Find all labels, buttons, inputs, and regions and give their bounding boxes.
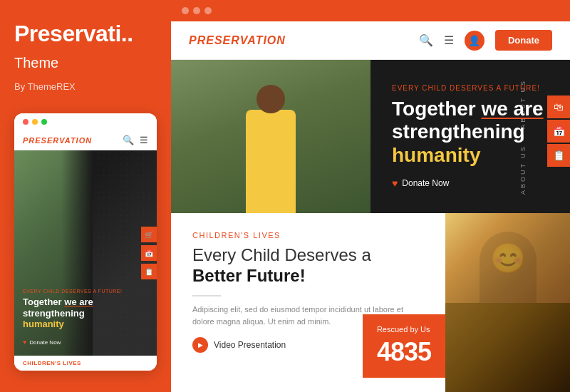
browser-topbar <box>171 0 570 21</box>
browser-side-icons: 🛍 📅 📋 <box>547 96 570 167</box>
browser-list-icon[interactable]: 📋 <box>547 144 570 167</box>
browser-navbar: Preservation 🔍 ☰ 👤 Donate <box>171 21 570 60</box>
video-label: Video Presentation <box>214 340 286 350</box>
divider <box>192 295 221 296</box>
sidebar: Preservati.. Theme By ThemeREX Preservat… <box>0 0 171 392</box>
mobile-topbar <box>14 113 157 130</box>
dot-green <box>41 119 47 125</box>
play-icon: ▶ <box>192 337 208 353</box>
hero-we-are: we are <box>481 98 543 120</box>
stat-box: Rescued by Us 4835 <box>363 314 445 378</box>
children-silhouette-top <box>445 213 570 303</box>
browser-hero: Every Child Deserves a Future! Together … <box>171 60 570 213</box>
hero-headline: Together we are strengthening humanity <box>392 98 549 167</box>
hero-together: Together <box>392 98 481 120</box>
mobile-headline-part1: Together <box>23 296 64 307</box>
browser-dot-2 <box>193 7 200 14</box>
mobile-hero-content: Every Child Deserves a Future! Together … <box>23 289 148 347</box>
dot-yellow <box>32 119 38 125</box>
mobile-list-icon[interactable]: 📋 <box>141 264 157 279</box>
browser-calendar-icon[interactable]: 📅 <box>547 120 570 143</box>
mobile-search-icon[interactable]: 🔍 <box>123 135 134 145</box>
browser-donate-button[interactable]: Donate <box>495 30 552 51</box>
mobile-navbar: Preservation 🔍 ☰ <box>14 130 157 150</box>
mobile-hero: Every Child Deserves a Future! Together … <box>14 150 157 356</box>
sidebar-by: By ThemeREX <box>14 81 157 92</box>
hero-tagline: Every Child Deserves a Future! <box>392 84 549 92</box>
mobile-logo: Preservation <box>23 136 92 145</box>
sidebar-subtitle: Theme <box>14 55 157 71</box>
mobile-nav-icons: 🔍 ☰ <box>123 135 148 145</box>
mobile-hero-headline: Together we are strengthening humanity <box>23 296 148 330</box>
heart-icon: ♥ <box>23 339 26 346</box>
dot-red <box>23 119 28 125</box>
mobile-menu-icon[interactable]: ☰ <box>140 135 148 145</box>
mobile-calendar-icon[interactable]: 📅 <box>141 245 157 261</box>
photo-bottom <box>445 303 570 393</box>
hero-dark-right: Every Child Deserves a Future! Together … <box>370 60 570 213</box>
bg-children <box>171 74 370 213</box>
browser-user-icon[interactable]: 👤 <box>465 31 484 51</box>
photo-top <box>445 213 570 303</box>
children-headline-line1: Every Child Deserves a <box>192 245 371 264</box>
browser-search-icon[interactable]: 🔍 <box>419 33 433 47</box>
mobile-donate-button[interactable]: ♥ Donate Now <box>23 339 61 346</box>
children-headline: Every Child Deserves a Better Future! <box>192 245 424 287</box>
children-headline-line2: Better Future! <box>192 266 424 287</box>
browser-window: Preservation 🔍 ☰ 👤 Donate <box>171 0 570 392</box>
hero-heart-icon: ♥ <box>392 177 398 189</box>
mobile-cart-icon[interactable]: 🛒 <box>141 227 157 242</box>
hero-strengthening: strengthening <box>392 120 525 143</box>
browser-content: Preservation 🔍 ☰ 👤 Donate <box>171 21 570 392</box>
browser-cart-icon[interactable]: 🛍 <box>547 96 570 118</box>
stat-label: Rescued by Us <box>377 325 431 334</box>
mobile-headline-we-are: we are <box>64 296 93 307</box>
hero-photo-left <box>171 60 370 213</box>
browser-dot-3 <box>204 7 212 14</box>
hero-humanity: humanity <box>392 144 480 166</box>
browser-dot-1 <box>182 7 189 14</box>
hero-donate-button[interactable]: ♥ Donate Now <box>392 177 549 189</box>
mobile-footer-label: Children's Lives <box>14 356 157 371</box>
sidebar-title: Preservati.. <box>14 21 157 46</box>
mobile-hero-tagline: Every Child Deserves a Future! <box>23 289 148 294</box>
browser-bottom: Children's Lives Every Child Deserves a … <box>171 213 570 392</box>
mobile-mockup: Preservation 🔍 ☰ Every Child Deserves a … <box>14 113 157 371</box>
mobile-side-icons: 🛒 📅 📋 <box>141 165 157 341</box>
browser-photos <box>445 213 570 392</box>
mobile-donate-label: Donate Now <box>29 339 61 346</box>
hero-donate-label: Donate Now <box>402 178 449 188</box>
children-silhouette-bottom <box>445 303 570 393</box>
browser-menu-icon[interactable]: ☰ <box>444 33 454 47</box>
stat-number: 4835 <box>377 337 431 367</box>
children-label: Children's Lives <box>192 231 424 239</box>
mobile-headline-humanity: humanity <box>23 319 64 329</box>
browser-logo: Preservation <box>189 34 286 47</box>
browser-nav-right: 🔍 ☰ 👤 Donate <box>419 30 552 51</box>
mobile-headline-strengthening: strengthening <box>23 308 85 319</box>
